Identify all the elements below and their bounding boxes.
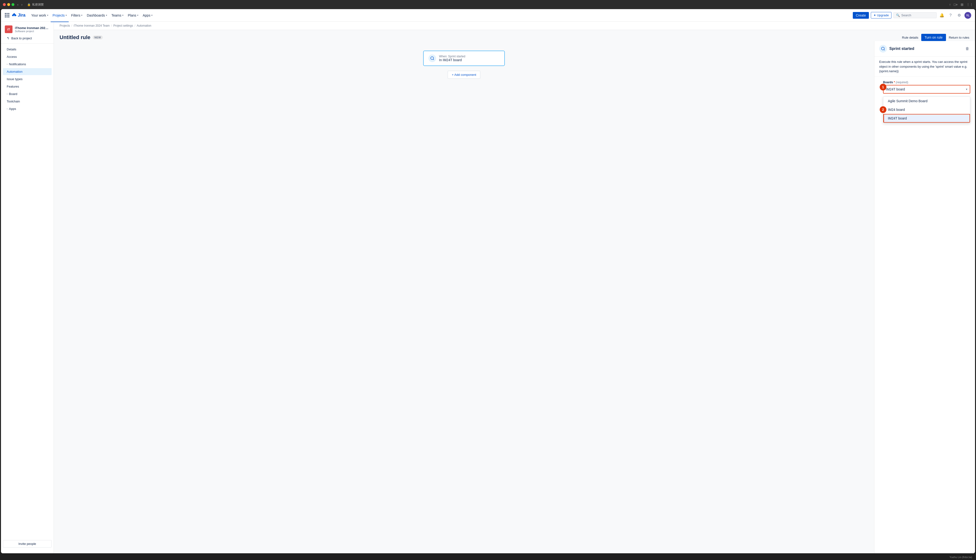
add-component-button[interactable]: + Add component [448,71,480,79]
main-container: iT iThome Ironman 2024 ... Software proj… [1,22,975,553]
sidebar-item-automation[interactable]: Automation [3,68,52,75]
panel-form: 1 Boards * (required) Agile Summit Demo … [874,77,975,127]
boards-label: Boards * (required) [883,81,970,84]
create-button[interactable]: Create [853,12,869,19]
sidebar: iT iThome Ironman 2024 ... Software proj… [1,22,54,553]
nav-projects[interactable]: Projects ▾ [51,12,69,19]
sidebar-item-board[interactable]: › Board [3,90,52,97]
breadcrumb-team[interactable]: iThome Ironman 2024 Team [74,24,110,27]
titlebar-menu-icon[interactable]: ⋮⋮ [966,3,973,7]
maximize-button[interactable] [12,3,14,6]
help-icon[interactable]: ? [947,12,954,19]
breadcrumb-separator: / [134,24,135,27]
breadcrumb-project-settings[interactable]: Project settings [114,24,133,27]
nav-items: Your work ▾ Projects ▾ Filters ▾ Dashboa… [29,12,851,19]
nav-plans[interactable]: Plans ▾ [126,12,140,19]
chevron-down-icon: ▾ [106,14,107,17]
panel-header: Sprint started 🗑 [874,41,975,57]
close-button[interactable] [3,3,6,6]
titlebar-navigation: ‹ › [16,2,23,7]
top-navigation: Jira Your work ▾ Projects ▾ Filters ▾ Da… [1,9,975,22]
chevron-right-icon: › [7,93,7,95]
titlebar-share-icon[interactable]: ↑ [949,3,951,7]
sidebar-item-notifications[interactable]: › Notifications [3,61,52,68]
sidebar-item-toolchain[interactable]: Toolchain [3,98,52,105]
invite-people-button[interactable]: Invite people [3,540,52,548]
nav-teams[interactable]: Teams ▾ [110,12,125,19]
delete-button[interactable]: 🗑 [964,46,970,52]
search-icon: 🔍 [896,13,900,17]
back-button[interactable]: ‹ [16,2,20,7]
search-input[interactable]: 🔍 Search [893,12,937,18]
sidebar-item-apps[interactable]: › Apps [3,105,52,112]
sidebar-item-features[interactable]: Features [3,83,52,90]
app-window: Jira Your work ▾ Projects ▾ Filters ▾ Da… [1,9,975,553]
back-to-project-link[interactable]: ↰ Back to project [3,35,52,42]
footer-bar: Yuehu Lin (fntsr.tw) [0,554,976,560]
dropdown-item-agile-summit[interactable]: Agile Summit Demo Board [883,97,970,105]
titlebar-title: 🔒 私密測覽 [27,3,44,7]
breadcrumb-automation: Automation [137,24,151,27]
sidebar-divider [1,43,53,44]
notifications-icon[interactable]: 🔔 [939,12,945,19]
footer-user: Yuehu Lin (fntsr.tw) [949,556,972,558]
boards-dropdown: Agile Summit Demo Board IM24 board IM24T… [883,97,970,123]
project-type: Software project [15,30,50,33]
chevron-right-icon: › [7,107,7,110]
turn-on-rule-button[interactable]: Turn on rule [921,34,946,41]
breadcrumb-projects[interactable]: Projects [60,24,70,27]
trigger-sublabel: In IM24T board [439,58,465,62]
minimize-button[interactable] [7,3,10,6]
sidebar-footer: Invite people [1,538,53,550]
content-area: Projects / iThome Ironman 2024 Team / Pr… [54,22,975,553]
app-switcher-icon[interactable] [5,13,10,18]
settings-icon[interactable]: ⚙ [956,12,963,19]
nav-dashboards[interactable]: Dashboards ▾ [85,12,109,19]
forward-button[interactable]: › [20,2,23,7]
nav-your-work[interactable]: Your work ▾ [29,12,50,19]
back-arrow-icon: ↰ [7,37,9,40]
sprint-icon [428,55,436,62]
chevron-down-icon: ▾ [65,14,67,17]
chevron-down-icon: ▾ [122,14,124,17]
sidebar-item-details[interactable]: Details [3,46,52,53]
chevron-down-icon: ▾ [137,14,138,17]
sidebar-item-access[interactable]: Access [3,53,52,60]
avatar[interactable]: YL [964,12,971,19]
step-2-indicator: 2 [880,106,886,113]
nav-apps[interactable]: Apps ▾ [141,12,154,19]
chevron-down-icon: ▾ [47,14,48,17]
new-badge: NEW [93,35,102,39]
svg-point-1 [881,47,884,50]
automation-canvas: When: Sprint started In IM24T board + Ad… [54,41,975,553]
traffic-lights [3,3,14,6]
sidebar-item-issue-types[interactable]: Issue types [3,76,52,83]
trigger-card[interactable]: When: Sprint started In IM24T board [423,51,505,66]
titlebar-controls: ↑ □+ ⊞ ⋮⋮ [949,3,973,7]
trigger-label: When: Sprint started [439,55,465,58]
panel-sprint-icon [879,45,887,53]
panel-title: Sprint started [889,47,914,51]
header-actions: Rule details Turn on rule Return to rule… [902,34,969,41]
dropdown-item-im24[interactable]: IM24 board [883,105,970,114]
nav-filters[interactable]: Filters ▾ [69,12,84,19]
boards-select[interactable]: Agile Summit Demo Board IM24 board IM24T… [884,85,970,93]
svg-point-0 [431,57,433,60]
boards-select-wrapper: Agile Summit Demo Board IM24 board IM24T… [883,85,970,93]
dropdown-item-im24t[interactable]: IM24T board [883,114,970,123]
right-panel: Sprint started 🗑 Execute this rule when … [874,41,975,553]
jira-logo[interactable]: Jira [12,13,25,18]
panel-description: Execute this rule when a sprint starts. … [874,57,975,77]
rule-details-link[interactable]: Rule details [902,36,918,39]
upgrade-button[interactable]: ✦ Upgrade [871,12,891,18]
titlebar-duplicate-icon[interactable]: ⊞ [961,3,964,7]
breadcrumb: Projects / iThome Ironman 2024 Team / Pr… [54,22,975,30]
titlebar-bookmark-icon[interactable]: □+ [954,3,958,7]
page-header: Untitled rule NEW Rule details Turn on r… [54,30,975,41]
dropdown-container: 2 Agile Summit Demo Board IM24 board IM2… [883,97,970,123]
canvas-main: When: Sprint started In IM24T board + Ad… [54,41,874,553]
project-name: iThome Ironman 2024 ... [15,26,50,30]
return-to-rules-link[interactable]: Return to rules [949,36,969,39]
boards-form-group: 1 Boards * (required) Agile Summit Demo … [883,81,970,93]
chevron-down-icon: ▾ [81,14,82,17]
